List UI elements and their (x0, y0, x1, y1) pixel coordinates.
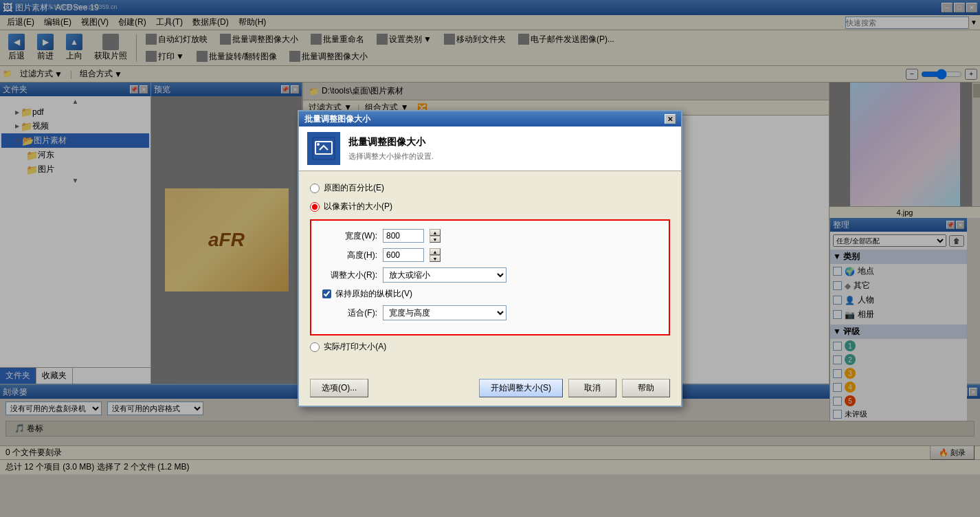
width-label: 宽度(W): (322, 230, 377, 242)
dialog-close-button[interactable]: ✕ (665, 114, 676, 124)
width-input[interactable] (383, 229, 424, 243)
dialog-header-area: 批量调整图像大小 选择调整大小操作的设置. (299, 126, 681, 171)
height-spinner: ▲ ▼ (430, 248, 441, 262)
option-percentage-radio[interactable] (310, 184, 320, 193)
dialog-footer-right: 开始调整大小(S) 取消 帮助 (479, 379, 670, 397)
option-print-row[interactable]: 实际/打印大小(A) (310, 341, 670, 353)
fit-row: 适合(F): 宽度与高度宽度高度 (322, 305, 658, 320)
resize-options-group: 原图的百分比(E) 以像素计的大小(P) 宽度(W): ▲ (310, 182, 670, 353)
dialog-icon (307, 132, 340, 165)
height-label: 高度(H): (322, 250, 377, 261)
height-up-button[interactable]: ▲ (430, 248, 441, 255)
dialog-header-subtitle: 选择调整大小操作的设置. (348, 151, 434, 162)
resize-mode-label: 调整大小(R): (322, 270, 377, 281)
app-window: 🖼 图片素材 - ACDSee 19 ─ □ ✕ 河东软件网 www.pc035… (0, 0, 980, 517)
option-pixels-label: 以像素计的大小(P) (324, 201, 392, 212)
option-pixels-row[interactable]: 以像素计的大小(P) (310, 201, 670, 212)
dialog-titlebar: 批量调整图像大小 ✕ (299, 111, 681, 126)
pixel-settings-box: 宽度(W): ▲ ▼ 高度(H): ▲ (310, 219, 670, 336)
option-print-label: 实际/打印大小(A) (324, 341, 386, 353)
option-percentage-row[interactable]: 原图的百分比(E) (310, 182, 670, 194)
height-input[interactable] (383, 248, 424, 262)
help-button[interactable]: 帮助 (622, 379, 670, 397)
resize-mode-select[interactable]: 放大或缩小仅放大仅缩小 (383, 267, 506, 283)
width-down-button[interactable]: ▼ (430, 236, 441, 243)
modal-overlay: 批量调整图像大小 ✕ 批量调整图像大小 选择调整大小操作的设置. (0, 0, 980, 517)
options-button[interactable]: 选项(O)... (310, 379, 368, 397)
dialog-footer: 选项(O)... 开始调整大小(S) 取消 帮助 (299, 371, 681, 406)
option-pixels-radio[interactable] (310, 202, 320, 212)
width-spinner: ▲ ▼ (430, 229, 441, 243)
fit-select[interactable]: 宽度与高度宽度高度 (383, 305, 506, 320)
option-print-radio[interactable] (310, 342, 320, 352)
maintain-ratio-row: 保持原始的纵横比(V) (322, 288, 658, 300)
dialog-body: 原图的百分比(E) 以像素计的大小(P) 宽度(W): ▲ (299, 171, 681, 371)
batch-resize-dialog: 批量调整图像大小 ✕ 批量调整图像大小 选择调整大小操作的设置. (298, 110, 682, 407)
width-up-button[interactable]: ▲ (430, 229, 441, 236)
height-row: 高度(H): ▲ ▼ (322, 248, 658, 262)
width-row: 宽度(W): ▲ ▼ (322, 229, 658, 243)
dialog-title: 批量调整图像大小 (304, 113, 370, 125)
height-down-button[interactable]: ▼ (430, 255, 441, 262)
dialog-header-title: 批量调整图像大小 (348, 136, 434, 148)
maintain-ratio-checkbox[interactable] (322, 289, 331, 298)
resize-mode-row: 调整大小(R): 放大或缩小仅放大仅缩小 (322, 267, 658, 283)
maintain-ratio-label: 保持原始的纵横比(V) (335, 288, 412, 300)
dialog-header-text: 批量调整图像大小 选择调整大小操作的设置. (348, 136, 434, 162)
option-percentage-label: 原图的百分比(E) (324, 182, 384, 194)
svg-point-2 (317, 143, 320, 146)
fit-label: 适合(F): (322, 307, 377, 319)
cancel-button[interactable]: 取消 (568, 379, 616, 397)
start-button[interactable]: 开始调整大小(S) (479, 379, 563, 397)
